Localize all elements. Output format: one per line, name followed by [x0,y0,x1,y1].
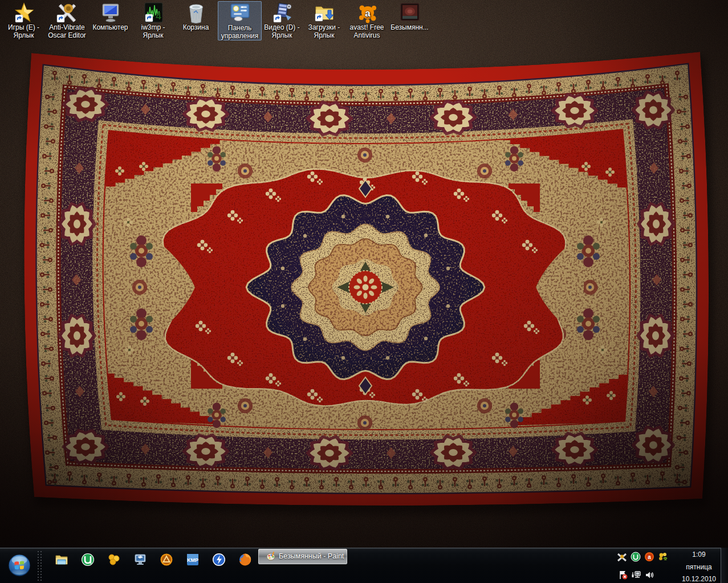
svg-text:4: 4 [156,11,161,22]
svg-text:KMP: KMP [187,557,198,563]
svg-text:a: a [365,8,371,19]
svg-text:a: a [648,554,651,560]
